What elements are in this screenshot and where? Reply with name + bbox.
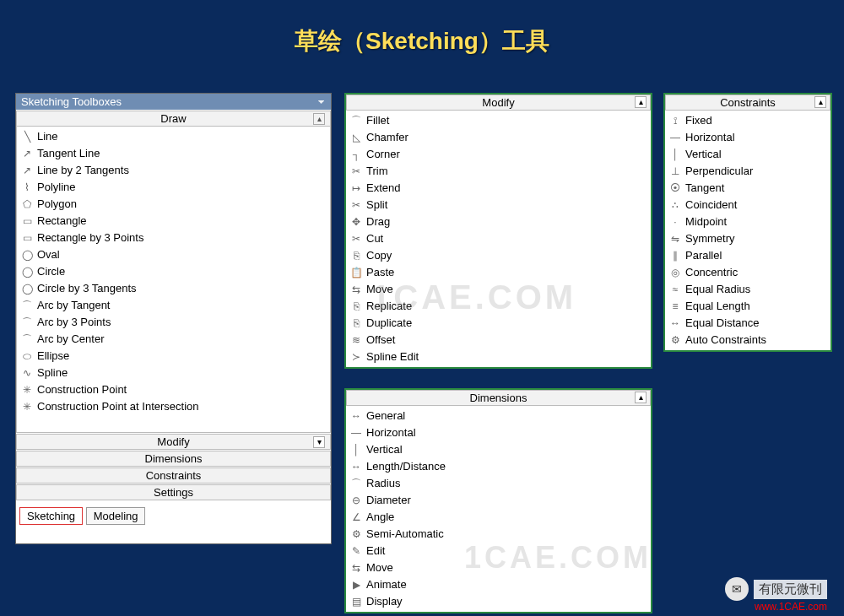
dimensions-header[interactable]: Dimensions ▴	[346, 390, 651, 406]
tool-item[interactable]: ⇆Move	[349, 559, 647, 576]
tool-item[interactable]: ✥Drag	[349, 213, 647, 230]
horizontal-icon: —	[349, 424, 363, 441]
tool-label: Semi-Automatic	[366, 526, 444, 543]
tool-item[interactable]: ·Midpoint	[668, 213, 827, 230]
tool-item[interactable]: ✳Construction Point at Intersection	[20, 398, 327, 415]
tool-item[interactable]: ⎘Copy	[349, 247, 647, 264]
wechat-icon: ✉	[725, 577, 749, 601]
tool-item[interactable]: ↔Length/Distance	[349, 458, 647, 475]
circle-by-3-tangents-icon: ◯	[20, 280, 34, 297]
tool-item[interactable]: ⌒Arc by Tangent	[20, 297, 327, 314]
offset-icon: ≋	[349, 332, 363, 349]
duplicate-icon: ⎘	[349, 315, 363, 332]
tool-item[interactable]: ┐Corner	[349, 146, 647, 163]
tool-label: Line	[37, 128, 58, 145]
tool-item[interactable]: ⌒Arc by Center	[20, 331, 327, 348]
modify-panel: Modify ▴ ⌒Fillet◺Chamfer┐Corner✂Trim↦Ext…	[344, 93, 652, 369]
tool-label: Concentric	[685, 264, 738, 281]
chevron-up-icon[interactable]: ▴	[635, 392, 647, 403]
tool-item[interactable]: ≻Spline Edit	[349, 349, 647, 365]
tool-item[interactable]: ↗Line by 2 Tangents	[20, 162, 327, 179]
tool-item[interactable]: ⊖Diameter	[349, 492, 647, 509]
tool-item[interactable]: ⌒Fillet	[349, 112, 647, 129]
constraints-header[interactable]: Constraints ▴	[665, 95, 830, 111]
tool-item[interactable]: │Vertical	[349, 441, 647, 458]
tool-item[interactable]: ◯Circle by 3 Tangents	[20, 280, 327, 297]
accordion-constraints[interactable]: Constraints	[16, 467, 331, 484]
tool-label: Spline Edit	[366, 349, 419, 365]
symmetry-icon: ⇋	[668, 230, 682, 247]
tool-item[interactable]: ⚙Auto Constraints	[668, 332, 827, 349]
tool-item[interactable]: ⇋Symmetry	[668, 230, 827, 247]
tool-item[interactable]: ✂Split	[349, 197, 647, 213]
chevron-down-icon[interactable]: ▾	[313, 436, 325, 448]
accordion-settings[interactable]: Settings	[16, 484, 331, 500]
tab-modeling[interactable]: Modeling	[86, 507, 146, 525]
panel-title-bar: Sketching Toolboxes ⏷	[16, 94, 331, 110]
tool-item[interactable]: ↔Equal Distance	[668, 315, 827, 332]
tool-item[interactable]: ⌒Radius	[349, 475, 647, 492]
section-draw-header[interactable]: Draw ▴	[16, 111, 331, 127]
tool-item[interactable]: ✳Construction Point	[20, 381, 327, 398]
tool-item[interactable]: ≋Offset	[349, 332, 647, 349]
tool-label: Line by 2 Tangents	[37, 162, 129, 179]
tool-label: Construction Point	[37, 381, 127, 398]
tool-item[interactable]: ⌇Polyline	[20, 179, 327, 196]
modify-header[interactable]: Modify ▴	[346, 95, 651, 111]
tool-item[interactable]: ≡Equal Length	[668, 298, 827, 315]
chevron-up-icon[interactable]: ▴	[635, 96, 647, 108]
corner-icon: ┐	[349, 146, 363, 163]
tool-label: Parallel	[685, 247, 722, 264]
tool-item[interactable]: ⦿Tangent	[668, 180, 827, 197]
tool-item[interactable]: ⎘Duplicate	[349, 315, 647, 332]
tool-item[interactable]: ▶Animate	[349, 576, 647, 593]
tool-item[interactable]: ⌒Arc by 3 Points	[20, 314, 327, 331]
tool-item[interactable]: —Horizontal	[349, 424, 647, 441]
tool-item[interactable]: ◯Oval	[20, 246, 327, 263]
tool-item[interactable]: ⬭Ellipse	[20, 348, 327, 365]
tool-item[interactable]: ▭Rectangle by 3 Points	[20, 230, 327, 246]
tool-item[interactable]: ◎Concentric	[668, 264, 827, 281]
tool-item[interactable]: │Vertical	[668, 146, 827, 163]
tool-item[interactable]: ◺Chamfer	[349, 129, 647, 146]
chevron-up-icon[interactable]: ▴	[814, 96, 826, 108]
tool-item[interactable]: ∴Coincident	[668, 197, 827, 213]
tool-item[interactable]: ↔General	[349, 408, 647, 424]
vertical-icon: │	[668, 146, 682, 163]
tool-item[interactable]: ✎Edit	[349, 543, 647, 559]
tool-item[interactable]: ⟟Fixed	[668, 112, 827, 129]
tool-item[interactable]: ✂Trim	[349, 163, 647, 180]
accordion-modify[interactable]: Modify▾	[16, 434, 331, 450]
chevron-up-icon[interactable]: ▴	[313, 113, 325, 125]
accordion-dimensions[interactable]: Dimensions	[16, 451, 331, 467]
tool-item[interactable]: ≈Equal Radius	[668, 281, 827, 298]
extend-icon: ↦	[349, 180, 363, 197]
pin-icon[interactable]: ⏷	[317, 97, 326, 106]
tool-item[interactable]: ✂Cut	[349, 230, 647, 247]
tool-item[interactable]: ⇆Move	[349, 281, 647, 298]
tab-sketching[interactable]: Sketching	[19, 507, 83, 525]
arc-by-tangent-icon: ⌒	[20, 297, 34, 314]
polygon-icon: ⬠	[20, 196, 34, 213]
tool-item[interactable]: ∿Spline	[20, 365, 327, 381]
tool-label: Vertical	[366, 441, 403, 458]
tool-item[interactable]: ⎘Replicate	[349, 298, 647, 315]
tool-item[interactable]: —Horizontal	[668, 129, 827, 146]
tool-item[interactable]: ▤Display	[349, 593, 647, 610]
tool-item[interactable]: ↦Extend	[349, 180, 647, 197]
tool-item[interactable]: ⬠Polygon	[20, 196, 327, 213]
dimensions-title: Dimensions	[470, 392, 528, 404]
tool-item[interactable]: 📋Paste	[349, 264, 647, 281]
tool-item[interactable]: ⊥Perpendicular	[668, 163, 827, 180]
tool-item[interactable]: ▭Rectangle	[20, 213, 327, 230]
tool-item[interactable]: ╲Line	[20, 128, 327, 145]
tool-label: Drag	[366, 213, 390, 230]
tool-item[interactable]: ↗Tangent Line	[20, 145, 327, 162]
rectangle-icon: ▭	[20, 213, 34, 230]
tool-item[interactable]: ⚙Semi-Automatic	[349, 526, 647, 543]
tool-item[interactable]: ◯Circle	[20, 263, 327, 280]
tool-item[interactable]: ∠Angle	[349, 509, 647, 526]
horizontal-icon: —	[668, 129, 682, 146]
tool-item[interactable]: ∥Parallel	[668, 247, 827, 264]
trim-icon: ✂	[349, 163, 363, 180]
